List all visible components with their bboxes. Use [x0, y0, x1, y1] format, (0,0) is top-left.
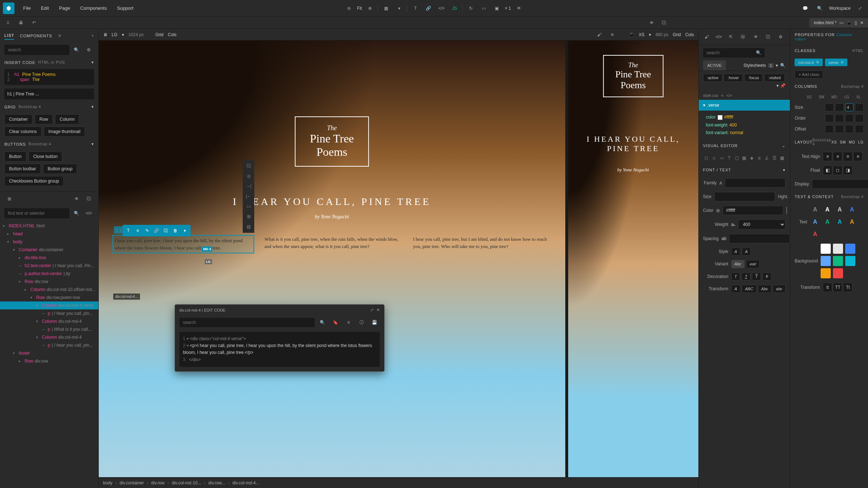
pseudo-visited[interactable]: :visited: [764, 74, 784, 82]
row-button[interactable]: Row: [35, 114, 53, 124]
text-light[interactable]: A: [835, 205, 845, 215]
copy-icon[interactable]: ⿻: [84, 194, 94, 204]
deco-strike[interactable]: T: [762, 273, 771, 281]
lines-icon[interactable]: ≡: [344, 317, 354, 328]
order-sm[interactable]: [835, 114, 844, 122]
close-viewport-icon[interactable]: ✕: [607, 30, 617, 40]
undo-icon[interactable]: ↶: [29, 18, 39, 28]
save-icon[interactable]: 💾: [370, 317, 380, 328]
export-icon[interactable]: ⇱: [727, 32, 735, 42]
clear-columns-button[interactable]: Clear columns: [4, 127, 42, 137]
text-tool-icon[interactable]: T: [124, 226, 133, 235]
tf-2[interactable]: ABC: [742, 285, 757, 293]
edit-tool-icon[interactable]: ✎: [143, 226, 152, 235]
code-insert-area[interactable]: 1h1 Pine Tree Poems 2 span The: [4, 69, 94, 85]
chevron-down-icon[interactable]: ▾: [649, 32, 651, 37]
text-muted[interactable]: A: [810, 205, 820, 215]
order-xs[interactable]: [825, 114, 834, 122]
verse-1[interactable]: I hear you call, pine tree, I hear you u…: [113, 236, 254, 253]
float-none[interactable]: ◻: [833, 166, 842, 175]
bg-white[interactable]: [821, 244, 831, 254]
badge-md[interactable]: MD 4: [202, 247, 213, 252]
refresh-icon[interactable]: ↻: [466, 3, 476, 13]
search-icon[interactable]: 🔍: [780, 63, 786, 68]
chevron-down-icon[interactable]: ▾: [703, 103, 705, 108]
bc-body[interactable]: body: [103, 480, 112, 485]
color-swatch[interactable]: [718, 115, 723, 120]
search-icon[interactable]: 🔍: [318, 317, 328, 328]
poem-title[interactable]: I HEAR YOU CALL, PINE TREE: [122, 196, 542, 207]
lbp-sm[interactable]: SM: [840, 140, 846, 144]
chevron-down-icon[interactable]: ▾: [776, 63, 778, 68]
poem-author[interactable]: by Yone Noguchi: [315, 214, 349, 220]
offset-xs[interactable]: [825, 125, 834, 133]
spacing-input[interactable]: [729, 234, 790, 243]
copy-tool-icon[interactable]: ⿻: [162, 226, 170, 235]
code-icon[interactable]: </>: [715, 32, 723, 42]
remove-icon[interactable]: ✕: [841, 60, 844, 65]
align-tool-icon[interactable]: ≡: [133, 226, 142, 235]
poem-title-xs[interactable]: I HEAR YOU CALL, PINE TREE: [575, 134, 692, 153]
style-normal[interactable]: A: [731, 248, 740, 256]
breakpoint-label-xs[interactable]: XS: [639, 32, 644, 37]
add-icon[interactable]: +: [92, 33, 94, 38]
link-tool-icon[interactable]: 🔗: [152, 226, 161, 235]
buttons-section-header[interactable]: BUTTONS Bootstrap 4 ▾: [0, 139, 98, 149]
lines-icon[interactable]: ≡: [721, 93, 723, 98]
bc-col10[interactable]: div.col-md-10...: [172, 480, 201, 485]
float-right[interactable]: ◨: [843, 166, 852, 175]
chevron-down-icon[interactable]: ▾: [776, 83, 779, 88]
order-md[interactable]: [845, 114, 854, 122]
insert-code-header[interactable]: INSERT CODE HTML or PUG ▾: [0, 57, 98, 68]
chevron-down-icon[interactable]: ▾: [394, 3, 404, 13]
bg-light[interactable]: [833, 244, 843, 254]
link-icon[interactable]: 🔗: [424, 3, 434, 13]
color-input[interactable]: [723, 206, 783, 215]
size-sm[interactable]: [835, 103, 844, 111]
close-icon[interactable]: ✕: [376, 308, 380, 312]
style-search-input[interactable]: [703, 48, 765, 57]
font-icon[interactable]: 𝐴: [719, 180, 722, 185]
tool-1[interactable]: ◻: [703, 153, 710, 163]
tree-search-input[interactable]: [4, 208, 69, 218]
tf-lower[interactable]: tt: [823, 283, 832, 292]
tree-item[interactable]: ▾ Column div.col-md-4: [0, 333, 98, 341]
pseudo-hover[interactable]: :hover: [724, 74, 743, 82]
verse-3[interactable]: I hear you call, pine tree, but I am bli…: [413, 236, 551, 253]
copy-icon[interactable]: ⿻: [659, 18, 669, 28]
float-left[interactable]: ◧: [823, 166, 832, 175]
expand-icon[interactable]: ⤢: [370, 308, 374, 312]
code-toggle-icon[interactable]: </>: [84, 208, 94, 218]
tree-item[interactable]: — h2.text-center | I hear you call, Pin.…: [0, 262, 98, 270]
align-right[interactable]: ≡: [843, 152, 852, 161]
class-pill-verse[interactable]: verse✕: [825, 59, 847, 66]
download-icon[interactable]: ⇩: [3, 18, 13, 28]
size-lg[interactable]: [855, 103, 864, 111]
grid-toggle[interactable]: Grid: [155, 32, 163, 37]
badge-lg[interactable]: LG: [205, 259, 212, 264]
pin-icon[interactable]: 📌: [780, 83, 786, 88]
order-lg[interactable]: [855, 114, 864, 122]
tab-active[interactable]: ACTIVE: [703, 60, 726, 70]
code-icon[interactable]: </>: [437, 3, 447, 13]
bg-success[interactable]: [833, 256, 843, 266]
tool-3[interactable]: ▭: [718, 153, 725, 163]
info-icon[interactable]: ⓘ: [357, 317, 367, 328]
chevron-down-icon[interactable]: ▾: [783, 168, 786, 172]
move-right-icon[interactable]: →|: [244, 181, 254, 191]
menu-file[interactable]: File: [19, 3, 35, 13]
title-box[interactable]: The Pine Tree Poems: [295, 116, 369, 167]
tree-item[interactable]: ▾ Column div.col-md-4.verse: [0, 301, 98, 309]
target-icon[interactable]: ◎: [244, 171, 254, 181]
menu-components[interactable]: Components: [76, 3, 111, 13]
poem-author-xs[interactable]: by Yone Noguchi: [617, 167, 649, 173]
print-icon[interactable]: 🖶: [16, 18, 26, 28]
tablet-icon[interactable]: ▯: [855, 20, 857, 25]
panel-icon[interactable]: ▤: [244, 222, 254, 231]
tree-item[interactable]: ▾ footer: [0, 349, 98, 357]
tool-2[interactable]: ◇: [711, 153, 718, 163]
grid-toggle-xs[interactable]: Grid: [673, 32, 681, 37]
deco-over[interactable]: T: [752, 273, 761, 281]
title-box-xs[interactable]: The Pine Tree Poems: [603, 55, 663, 97]
deco-under[interactable]: T: [741, 273, 750, 281]
